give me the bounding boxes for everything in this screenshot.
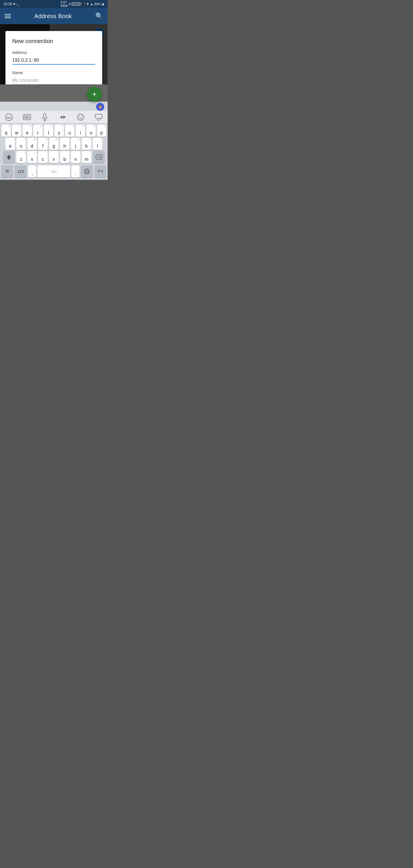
vibrate-icon: 📳 xyxy=(81,2,85,6)
new-connection-dialog: New connection Address Name CANCEL CREAT… xyxy=(5,31,102,85)
speed-display: 5:57KB/S xyxy=(61,1,68,7)
space-key[interactable] xyxy=(38,165,70,178)
svg-point-16 xyxy=(79,116,80,117)
fab-area: + xyxy=(0,85,107,102)
main-background: i New connection Address Name CANCEL CRE… xyxy=(0,24,107,85)
name-input[interactable] xyxy=(12,77,96,85)
key-x[interactable]: )x xyxy=(27,151,37,163)
app-bar: Address Book 🔍 xyxy=(0,8,107,24)
key-t[interactable]: 5t xyxy=(44,125,53,137)
shift-key[interactable] xyxy=(3,151,15,163)
svg-rect-8 xyxy=(29,118,30,118)
key-z[interactable]: (z xyxy=(17,151,26,163)
address-input[interactable] xyxy=(12,57,96,65)
number-key[interactable]: 123 xyxy=(14,165,27,178)
svg-rect-7 xyxy=(26,118,28,118)
delete-key[interactable] xyxy=(93,151,105,163)
search-icon[interactable]: 🔍 xyxy=(95,12,103,20)
svg-rect-4 xyxy=(26,116,27,117)
status-bar-right: 5:57KB/S N VoLTE 📳 ▼ ▲ 30% ◑ xyxy=(61,1,104,7)
key-d[interactable]: @d xyxy=(27,138,37,150)
dialog-title: New connection xyxy=(12,38,96,44)
status-bar: 10:20 ♥ ›_ 5:57KB/S N VoLTE 📳 ▼ ▲ 30% ◑ xyxy=(0,0,107,8)
keyboard-row-2: ~a!s@d#f%g'h&j*k?l xyxy=(0,137,107,150)
key-k[interactable]: *k xyxy=(82,138,91,150)
key-g[interactable]: %g xyxy=(49,138,59,150)
key-j[interactable]: &j xyxy=(71,138,81,150)
battery-icon: ◑ xyxy=(101,2,104,6)
svg-rect-6 xyxy=(24,118,25,118)
add-connection-fab[interactable]: + xyxy=(87,87,102,102)
key-b[interactable]: :b xyxy=(60,151,69,163)
name-label: Name xyxy=(12,70,96,75)
cjk-key[interactable]: 下个 xyxy=(94,165,106,178)
emoji-input-method-icon[interactable]: iщc xyxy=(3,112,15,122)
time-display: 10:20 xyxy=(3,2,12,6)
name-input-wrapper xyxy=(12,77,96,85)
symbol-key[interactable]: 符 xyxy=(1,165,13,178)
status-bar-left: 10:20 ♥ ›_ xyxy=(3,2,20,6)
key-r[interactable]: 4r xyxy=(33,125,42,137)
emoji-smiley-icon[interactable] xyxy=(74,112,87,122)
key-m[interactable]: /m xyxy=(82,151,91,163)
terminal-icon: ›_ xyxy=(17,2,20,6)
key-u[interactable]: 7u xyxy=(65,125,74,137)
dialog-overlay: New connection Address Name CANCEL CREAT… xyxy=(0,24,107,85)
app-bar-title: Address Book xyxy=(34,13,72,20)
nfc-icon: N xyxy=(69,3,71,6)
wifi-icon: ▼ xyxy=(86,2,89,6)
keyboard-toolbar: iщc xyxy=(0,111,107,123)
address-label: Address xyxy=(12,50,96,55)
address-input-wrapper xyxy=(12,57,96,65)
keyboard-row-3: (z)x-c_v:b;n/m xyxy=(0,150,107,163)
main-content: i New connection Address Name CANCEL CRE… xyxy=(0,24,107,102)
heart-icon: ♥ xyxy=(13,2,15,6)
globe-key[interactable] xyxy=(81,165,93,178)
svg-rect-18 xyxy=(95,114,102,118)
svg-text:iщc: iщc xyxy=(7,116,11,119)
key-w[interactable]: 2w xyxy=(12,125,21,137)
key-e[interactable]: 3e xyxy=(23,125,32,137)
microphone-icon[interactable] xyxy=(38,112,51,122)
key-n[interactable]: ;n xyxy=(71,151,81,163)
key-s[interactable]: !s xyxy=(17,138,26,150)
key-y[interactable]: 6y xyxy=(55,125,64,137)
svg-rect-2 xyxy=(23,115,31,120)
key-h[interactable]: 'h xyxy=(60,138,69,150)
key-v[interactable]: _v xyxy=(49,151,59,163)
keyboard-area: 🦉 iщc xyxy=(0,102,107,180)
keyboard-toggle-icon[interactable] xyxy=(21,112,33,122)
key-a[interactable]: ~a xyxy=(5,138,15,150)
cursor-move-icon[interactable] xyxy=(57,112,69,122)
svg-point-17 xyxy=(82,116,83,117)
comma-key[interactable]: , xyxy=(28,165,36,178)
key-o[interactable]: 9o xyxy=(86,125,96,137)
volte-icon: VoLTE xyxy=(72,2,81,6)
key-i[interactable]: 8i xyxy=(76,125,85,137)
svg-rect-5 xyxy=(28,116,29,117)
key-q[interactable]: 1q xyxy=(1,125,11,137)
keyboard-row-4: 符123,.下个 xyxy=(0,164,107,178)
keyboard-row-1: 1q2w3e4r5t6y7u8i9o0p xyxy=(0,123,107,137)
key-l[interactable]: ?l xyxy=(93,138,102,150)
key-f[interactable]: #f xyxy=(38,138,47,150)
period-key[interactable]: . xyxy=(71,165,80,178)
signal-icon: ▲ xyxy=(90,2,93,6)
svg-rect-9 xyxy=(44,114,46,118)
battery-display: 30% xyxy=(94,2,100,6)
owl-avatar: 🦉 xyxy=(96,103,104,111)
menu-icon[interactable] xyxy=(5,14,11,18)
key-c[interactable]: -c xyxy=(38,151,47,163)
add-icon: + xyxy=(92,90,97,99)
hide-keyboard-icon[interactable] xyxy=(92,112,105,122)
svg-marker-19 xyxy=(7,155,11,159)
svg-point-15 xyxy=(77,114,84,120)
svg-rect-3 xyxy=(24,116,25,117)
key-p[interactable]: 0p xyxy=(97,125,106,137)
